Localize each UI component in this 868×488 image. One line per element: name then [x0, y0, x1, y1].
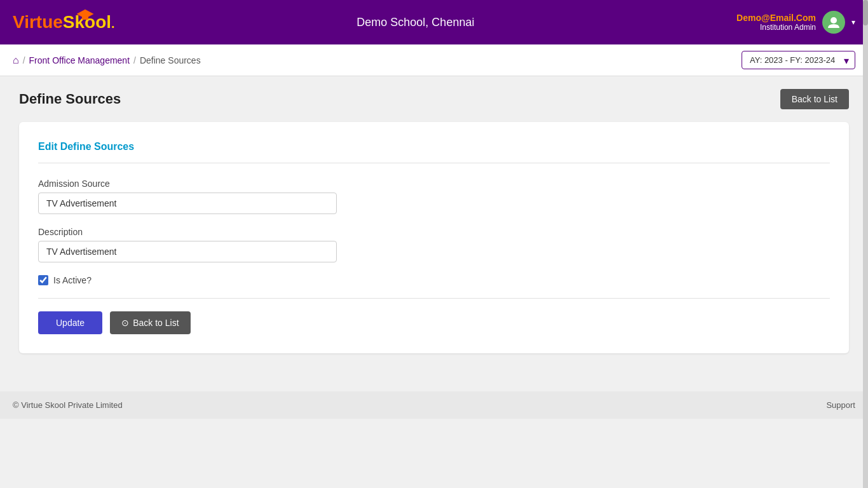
user-section: Demo@Email.Com Institution Admin ▾ — [736, 11, 855, 34]
breadcrumb-level2: Define Sources — [140, 55, 201, 65]
user-email: Demo@Email.Com — [736, 13, 816, 23]
page-header: Define Sources Back to List — [19, 89, 849, 109]
page-title: Define Sources — [19, 91, 121, 107]
description-group: Description — [38, 227, 830, 262]
logo-dot: . — [111, 17, 115, 30]
back-list-icon: ⊙ — [121, 318, 129, 328]
is-active-group: Is Active? — [38, 275, 830, 285]
logo: VirtueSkool. — [13, 12, 95, 32]
footer-copyright: © Virtue Skool Private Limited — [13, 400, 123, 410]
svg-rect-1 — [82, 16, 88, 20]
breadcrumb-bar: ⌂ / Front Office Management / Define Sou… — [0, 44, 868, 76]
user-dropdown-arrow[interactable]: ▾ — [851, 18, 855, 27]
back-to-list-header-button[interactable]: Back to List — [780, 89, 849, 109]
form-divider-bottom — [38, 298, 830, 299]
ay-selector-wrapper[interactable]: AY: 2023 - FY: 2023-24AY: 2022 - FY: 202… — [742, 51, 855, 69]
ay-selector[interactable]: AY: 2023 - FY: 2023-24AY: 2022 - FY: 202… — [742, 51, 855, 69]
form-section-title: Edit Define Sources — [38, 141, 830, 152]
home-icon[interactable]: ⌂ — [13, 55, 19, 66]
breadcrumb-level1[interactable]: Front Office Management — [29, 55, 130, 65]
description-label: Description — [38, 227, 830, 237]
description-input[interactable] — [38, 241, 337, 262]
form-divider-top — [38, 163, 830, 163]
user-avatar-icon — [827, 15, 841, 29]
is-active-label: Is Active? — [53, 275, 92, 285]
logo-hat-icon — [76, 8, 95, 22]
admission-source-label: Admission Source — [38, 179, 830, 189]
admission-source-group: Admission Source — [38, 179, 830, 214]
school-name: Demo School, Chennai — [356, 16, 474, 29]
form-card: Edit Define Sources Admission Source Des… — [19, 122, 849, 353]
is-active-checkbox[interactable] — [38, 275, 48, 285]
logo-virtue: Virtue — [13, 12, 63, 32]
user-role: Institution Admin — [736, 23, 816, 32]
support-link[interactable]: Support — [826, 400, 855, 410]
admission-source-input[interactable] — [38, 193, 337, 214]
app-header: VirtueSkool. Demo School, Chennai Demo@E… — [0, 0, 868, 44]
back-to-list-form-button[interactable]: ⊙ Back to List — [110, 311, 190, 334]
update-button[interactable]: Update — [38, 311, 102, 334]
scrollbar-track — [863, 0, 868, 488]
breadcrumb: ⌂ / Front Office Management / Define Sou… — [13, 55, 201, 66]
main-content: Define Sources Back to List Edit Define … — [0, 76, 868, 366]
user-info: Demo@Email.Com Institution Admin — [736, 13, 816, 32]
breadcrumb-sep2: / — [133, 55, 136, 65]
action-buttons: Update ⊙ Back to List — [38, 311, 830, 334]
avatar[interactable] — [822, 11, 845, 34]
back-list-label: Back to List — [133, 318, 179, 328]
scrollbar-thumb[interactable] — [863, 0, 868, 25]
breadcrumb-sep1: / — [23, 55, 25, 65]
svg-point-3 — [831, 17, 837, 24]
footer: © Virtue Skool Private Limited Support — [0, 391, 868, 419]
